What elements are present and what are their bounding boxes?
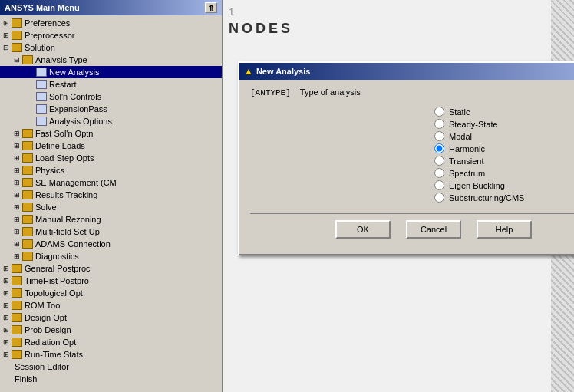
sidebar-item-label: ADAMS Connection [35,239,111,249]
folder-icon [22,153,33,163]
sidebar-item-topological-opt[interactable]: ⊞Topological Opt [0,287,222,299]
sidebar-item-preferences[interactable]: ⊞Preferences [0,17,222,29]
folder-icon [12,264,22,273]
sidebar-item-label: Topological Opt [25,288,83,298]
folder-icon [22,239,33,249]
radio-item-eigen-buckling[interactable]: Eigen Buckling [434,180,574,190]
sidebar-item-label: Prob Design [25,325,71,334]
sidebar-item-label: Solution [25,43,55,52]
radio-transient[interactable] [434,156,444,166]
radio-item-substructuring[interactable]: Substructuring/CMS [434,193,574,203]
sidebar-item-results-tracking[interactable]: ⊞Results Tracking [0,189,222,201]
sidebar-item-radiation-opt[interactable]: ⊞Radiation Opt [0,336,222,348]
radio-static[interactable] [434,107,444,117]
folder-icon [22,141,33,150]
sidebar-item-multi-field-set-up[interactable]: ⊞Multi-field Set Up [0,226,222,238]
sidebar-item-new-analysis[interactable]: New Analysis [0,66,222,78]
sidebar-item-label: Load Step Opts [35,153,94,163]
cancel-button[interactable]: Cancel [406,220,461,239]
sidebar-item-label: Solve [35,203,57,212]
radio-item-steady-state[interactable]: Steady-State [434,119,574,129]
radio-label-static: Static [449,107,470,117]
plus-icon: ⊞ [3,289,9,297]
help-button[interactable]: Help [477,220,532,239]
sidebar-item-restart[interactable]: Restart [0,78,222,91]
ok-button[interactable]: OK [335,220,391,239]
radio-steady-state[interactable] [434,119,444,129]
folder-icon [22,55,33,64]
doc-icon [36,104,47,114]
sidebar-item-analysis-type[interactable]: ⊟Analysis Type [0,54,222,66]
sidebar-item-run-time-stats[interactable]: ⊞Run-Time Stats [0,348,222,361]
panel-title: ANSYS Main Menu [5,3,80,12]
sidebar-item-rom-tool[interactable]: ⊞ROM Tool [0,299,222,311]
plus-icon: ⊞ [14,252,20,260]
radio-item-harmonic[interactable]: Harmonic [434,143,574,153]
dialog-antype-label: [ANTYPE] Type of analysis [250,87,574,97]
sidebar-item-preprocessor[interactable]: ⊞Preprocessor [0,29,222,41]
sidebar-item-physics[interactable]: ⊞Physics [0,164,222,176]
radio-label-steady-state: Steady-State [449,120,498,129]
sidebar-item-prob-design[interactable]: ⊞Prob Design [0,324,222,336]
radio-item-static[interactable]: Static [434,107,574,117]
folder-icon [12,350,22,359]
sidebar-item-general-postproc[interactable]: ⊞General Postproc [0,262,222,275]
dialog-title-text: New Analysis [256,67,574,76]
sidebar-item-soln-controls[interactable]: Sol'n Controls [0,91,222,103]
sidebar-item-define-loads[interactable]: ⊞Define Loads [0,140,222,152]
radio-item-modal[interactable]: Modal [434,131,574,141]
minus-icon: ⊟ [3,44,9,51]
sidebar-item-expansion-pass[interactable]: ExpansionPass [0,103,222,115]
sidebar-item-manual-rezoning[interactable]: ⊞Manual Rezoning [0,213,222,226]
sidebar-item-adams-connection[interactable]: ⊞ADAMS Connection [0,238,222,250]
radio-item-spectrum[interactable]: Spectrum [434,168,574,178]
sidebar-item-fast-soln-optn[interactable]: ⊞Fast Sol'n Optn [0,127,222,140]
sidebar-item-label: SE Management (CM [35,178,117,187]
type-of-analysis-label: Type of analysis [300,87,361,97]
folder-icon [12,18,22,28]
dialog-title-bar: ▲ New Analysis ✕ [239,63,574,80]
sidebar-item-se-management[interactable]: ⊞SE Management (CM [0,176,222,189]
radio-eigen-buckling[interactable] [434,180,444,190]
sidebar-item-diagnostics[interactable]: ⊞Diagnostics [0,250,222,262]
plus-icon: ⊞ [3,338,9,346]
analysis-type-radio-group: StaticSteady-StateModalHarmonicTransient… [434,107,574,203]
sidebar-item-finish[interactable]: Finish [0,373,222,385]
sidebar-item-label: Multi-field Set Up [35,227,100,236]
radio-modal[interactable] [434,131,444,141]
sidebar-item-label: Finish [15,374,37,384]
dialog-overlay: ▲ New Analysis ✕ [ANTYPE] Type of analys… [223,0,574,392]
plus-icon: ⊞ [14,228,20,236]
folder-icon [12,31,22,40]
sidebar-item-timehist-postpro[interactable]: ⊞TimeHist Postpro [0,275,222,287]
sidebar-item-label: Diagnostics [35,252,79,261]
sidebar-item-label: TimeHist Postpro [25,276,89,285]
radio-harmonic[interactable] [434,143,444,153]
plus-icon: ⊞ [14,166,20,174]
plus-icon: ⊞ [3,326,9,334]
sidebar-item-label: New Analysis [49,68,99,77]
folder-icon [22,166,33,175]
sidebar-item-design-opt[interactable]: ⊞Design Opt [0,311,222,324]
radio-label-spectrum: Spectrum [449,169,485,178]
sidebar-item-label: Define Loads [35,141,85,150]
sidebar-item-session-editor[interactable]: Session Editor [0,361,222,373]
sidebar-item-solution[interactable]: ⊟Solution [0,41,222,54]
plus-icon: ⊞ [3,351,9,358]
panel-collapse-btn[interactable]: ⇑ [205,2,217,13]
folder-icon [22,190,33,199]
sidebar-item-analysis-options[interactable]: Analysis Options [0,115,222,127]
radio-substructuring[interactable] [434,193,444,203]
radio-item-transient[interactable]: Transient [434,156,574,166]
radio-spectrum[interactable] [434,168,444,178]
sidebar-item-label: Analysis Type [35,55,87,64]
sidebar-item-label: Session Editor [15,362,69,371]
sidebar-item-load-step-opts[interactable]: ⊞Load Step Opts [0,152,222,164]
folder-icon [12,313,22,322]
sidebar-item-label: ExpansionPass [49,104,107,114]
radio-label-substructuring: Substructuring/CMS [449,193,524,203]
dialog-title-icon: ▲ [244,66,253,77]
sidebar-item-solve[interactable]: ⊞Solve [0,201,222,213]
new-analysis-dialog: ▲ New Analysis ✕ [ANTYPE] Type of analys… [238,61,574,255]
folder-icon [22,203,33,212]
